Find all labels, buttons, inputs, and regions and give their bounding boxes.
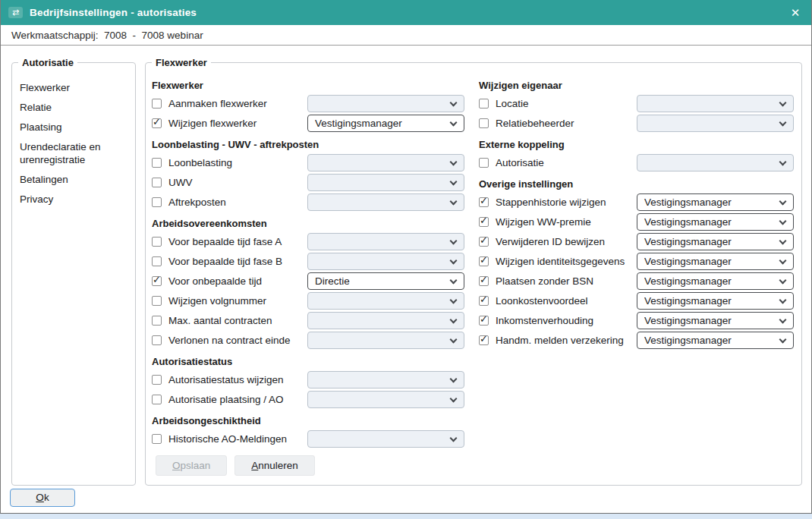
- section-header-externe-koppeling: Externe koppeling: [479, 137, 794, 153]
- dropdown-loonbelasting[interactable]: [307, 154, 464, 171]
- checkbox-wijzigen-identiteitsgegevens[interactable]: [479, 256, 489, 266]
- form-buttons: Opslaan Annuleren: [156, 455, 464, 476]
- section-header-arbeidsongeschiktheid: Arbeidsongeschiktheid: [152, 414, 464, 429]
- checkbox-stappenhistorie-wijzigen[interactable]: [479, 197, 489, 207]
- setting-label: Voor bepaalde tijd fase A: [168, 236, 282, 247]
- checkbox-loonkostenvoordeel[interactable]: [479, 296, 489, 306]
- dropdown-max-aantal-contracten[interactable]: [307, 312, 464, 329]
- checkbox-autorisatiestatus-wijzigen[interactable]: [152, 375, 162, 385]
- sidebar-item-urendeclaratie[interactable]: Urendeclaratie en urenregistratie: [20, 137, 131, 170]
- dropdown-aanmaken-flexwerker[interactable]: [307, 95, 464, 112]
- setting-label: Locatie: [496, 98, 529, 109]
- checkbox-plaatsen-zonder-bsn[interactable]: [479, 276, 489, 286]
- dropdown-autorisatie[interactable]: [637, 154, 794, 171]
- dropdown-autorisatie-plaatsing-ao[interactable]: [307, 391, 464, 408]
- dropdown-value: Directie: [315, 275, 350, 287]
- dropdown-loonkostenvoordeel[interactable]: Vestigingsmanager: [637, 292, 794, 310]
- dropdown-relatiebeheerder[interactable]: [637, 115, 794, 132]
- setting-label: Inkomstenverhouding: [496, 315, 593, 326]
- dropdown-inkomstenverhouding[interactable]: Vestigingsmanager: [637, 312, 794, 329]
- dropdown-aftrekposten[interactable]: [307, 193, 464, 211]
- close-icon[interactable]: ✕: [785, 3, 805, 22]
- chevron-down-icon: [450, 434, 458, 442]
- ok-button[interactable]: Ok: [10, 489, 75, 507]
- checkbox-relatiebeheerder[interactable]: [479, 118, 489, 128]
- checkbox-uwv[interactable]: [152, 178, 162, 187]
- checkbox-autorisatie[interactable]: [479, 158, 489, 168]
- checkbox-locatie[interactable]: [479, 99, 489, 109]
- checkbox-verwijderen-id-bewijzen[interactable]: [479, 237, 489, 247]
- chevron-down-icon: [779, 335, 787, 343]
- dropdown-wijzigen-ww-premie[interactable]: Vestigingsmanager: [637, 213, 794, 231]
- setting-row-handm-melden-verzekering: Handm. melden verzekering Vestigingsmana…: [479, 330, 794, 350]
- checkbox-max-aantal-contracten[interactable]: [152, 316, 162, 326]
- left-column: Flexwerker Aanmaken flexwerker Wijzigen …: [152, 72, 464, 476]
- chevron-down-icon: [779, 296, 787, 304]
- dropdown-verlonen-na-contract-einde[interactable]: [307, 332, 464, 349]
- chevron-down-icon: [779, 158, 787, 165]
- checkbox-aanmaken-flexwerker[interactable]: [152, 99, 162, 109]
- checkbox-historische-ao-meldingen[interactable]: [152, 434, 162, 444]
- checkbox-verlonen-na-contract-einde[interactable]: [152, 335, 162, 345]
- checkbox-wijzigen-ww-premie[interactable]: [479, 217, 489, 227]
- setting-row-voor-bepaalde-tijd-fase-a: Voor bepaalde tijd fase A: [152, 231, 464, 251]
- chevron-down-icon: [450, 118, 458, 126]
- dialog-window: ⇄ Bedrijfsinstellingen - autorisaties ✕ …: [0, 0, 812, 514]
- chevron-down-icon: [779, 118, 787, 126]
- dropdown-locatie[interactable]: [637, 95, 794, 112]
- dropdown-verwijderen-id-bewijzen[interactable]: Vestigingsmanager: [637, 233, 794, 250]
- dropdown-voor-bepaalde-tijd-fase-a[interactable]: [307, 233, 464, 250]
- section-header-autorisatiestatus: Autorisatiestatus: [152, 354, 464, 370]
- dropdown-wijzigen-identiteitsgegevens[interactable]: Vestigingsmanager: [637, 253, 794, 270]
- checkbox-wijzigen-flexwerker[interactable]: [152, 118, 162, 128]
- dropdown-handm-melden-verzekering[interactable]: Vestigingsmanager: [637, 332, 794, 349]
- setting-label: Loonbelasting: [168, 157, 232, 168]
- setting-row-relatiebeheerder: Relatiebeheerder: [479, 113, 794, 133]
- sidebar-item-plaatsing[interactable]: Plaatsing: [20, 118, 131, 137]
- sidebar-item-flexwerker[interactable]: Flexwerker: [20, 78, 131, 98]
- chevron-down-icon: [450, 158, 458, 165]
- dropdown-value: Vestigingsmanager: [644, 275, 732, 287]
- section-header-wijzigen-eigenaar: Wijzigen eigenaar: [479, 78, 794, 93]
- setting-label: UWV: [168, 177, 193, 188]
- dropdown-value: Vestigingsmanager: [644, 335, 732, 346]
- setting-label: Max. aantal contracten: [168, 315, 272, 326]
- checkbox-autorisatie-plaatsing-ao[interactable]: [152, 395, 162, 404]
- setting-row-verwijderen-id-bewijzen: Verwijderen ID bewijzen Vestigingsmanage…: [479, 231, 794, 251]
- dropdown-uwv[interactable]: [307, 174, 464, 191]
- dropdown-wijzigen-flexwerker[interactable]: Vestigingsmanager: [307, 115, 464, 132]
- checkbox-voor-bepaalde-tijd-fase-a[interactable]: [152, 237, 162, 247]
- checkbox-aftrekposten[interactable]: [152, 197, 162, 207]
- chevron-down-icon: [450, 276, 458, 284]
- setting-label: Handm. melden verzekering: [496, 335, 624, 346]
- sidebar-item-relatie[interactable]: Relatie: [20, 98, 131, 118]
- sidebar-item-privacy[interactable]: Privacy: [20, 190, 131, 209]
- dropdown-historische-ao-meldingen[interactable]: [307, 430, 464, 448]
- section-header-flexwerker: Flexwerker: [152, 78, 464, 93]
- setting-label: Relatiebeheerder: [496, 118, 574, 129]
- dropdown-wijzigen-volgnummer[interactable]: [307, 292, 464, 310]
- dropdown-voor-onbepaalde-tijd[interactable]: Directie: [307, 272, 464, 290]
- dropdown-voor-bepaalde-tijd-fase-b[interactable]: [307, 253, 464, 270]
- checkbox-loonbelasting[interactable]: [152, 158, 162, 168]
- sidebar-item-betalingen[interactable]: Betalingen: [20, 170, 131, 190]
- dropdown-plaatsen-zonder-bsn[interactable]: Vestigingsmanager: [637, 272, 794, 290]
- chevron-down-icon: [450, 316, 458, 323]
- save-button[interactable]: Opslaan: [156, 455, 227, 476]
- chevron-down-icon: [779, 237, 787, 244]
- dropdown-value: Vestigingsmanager: [644, 236, 732, 247]
- checkbox-handm-melden-verzekering[interactable]: [479, 335, 489, 345]
- cancel-button[interactable]: Annuleren: [234, 455, 315, 476]
- checkbox-voor-bepaalde-tijd-fase-b[interactable]: [152, 256, 162, 266]
- dropdown-value: Vestigingsmanager: [644, 256, 732, 267]
- setting-row-max-aantal-contracten: Max. aantal contracten: [152, 310, 464, 330]
- chevron-down-icon: [450, 395, 458, 402]
- dropdown-stappenhistorie-wijzigen[interactable]: Vestigingsmanager: [637, 193, 794, 211]
- swap-horizontal-icon: ⇄: [8, 7, 23, 18]
- dropdown-autorisatiestatus-wijzigen[interactable]: [307, 371, 464, 388]
- chevron-down-icon: [779, 197, 787, 205]
- setting-label: Stappenhistorie wijzigen: [496, 197, 606, 208]
- checkbox-wijzigen-volgnummer[interactable]: [152, 296, 162, 306]
- checkbox-inkomstenverhouding[interactable]: [479, 316, 489, 326]
- checkbox-voor-onbepaalde-tijd[interactable]: [152, 276, 162, 286]
